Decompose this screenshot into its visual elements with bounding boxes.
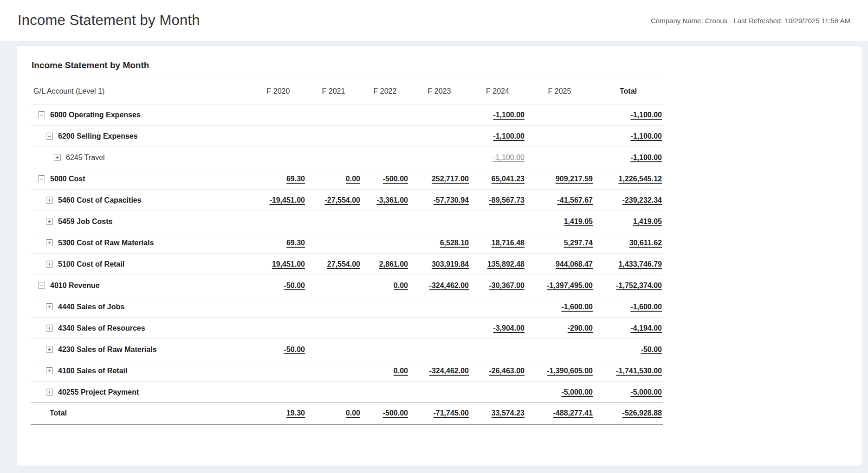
expand-icon[interactable]: + bbox=[46, 303, 53, 310]
value-link[interactable]: -1,600.00 bbox=[630, 303, 662, 311]
value-cell bbox=[306, 126, 361, 147]
expand-icon[interactable]: + bbox=[46, 261, 53, 268]
value-link[interactable]: -500.00 bbox=[383, 175, 408, 183]
value-cell bbox=[306, 339, 361, 360]
value-link[interactable]: 19.30 bbox=[286, 409, 305, 417]
value-link[interactable]: -50.00 bbox=[641, 345, 662, 353]
expand-icon[interactable]: + bbox=[46, 389, 53, 396]
value-link[interactable]: -1,741,530.00 bbox=[616, 367, 662, 375]
column-header-f2020: F 2020 bbox=[251, 78, 306, 104]
value-link[interactable]: -30,367.00 bbox=[489, 281, 525, 289]
value-link[interactable]: -50.00 bbox=[284, 281, 305, 289]
value-cell: 0.00 bbox=[306, 403, 361, 424]
value-link[interactable]: 909,217.59 bbox=[556, 175, 593, 183]
value-link[interactable]: -1,752,374.00 bbox=[616, 281, 662, 289]
value-link[interactable]: -5,000.00 bbox=[561, 388, 593, 396]
expand-icon[interactable]: + bbox=[46, 346, 53, 353]
value-link[interactable]: -4,194.00 bbox=[630, 324, 662, 332]
value-link[interactable]: -50.00 bbox=[284, 345, 305, 353]
value-cell: -324,462.00 bbox=[409, 275, 470, 296]
value-link[interactable]: 0.00 bbox=[394, 367, 408, 375]
value-link[interactable]: 0.00 bbox=[346, 409, 360, 417]
value-link[interactable]: -3,904.00 bbox=[493, 324, 525, 332]
value-link[interactable]: 303,919.84 bbox=[432, 260, 469, 268]
collapse-icon[interactable]: − bbox=[38, 111, 45, 118]
collapse-icon[interactable]: − bbox=[46, 133, 53, 140]
value-link[interactable]: -1,100.00 bbox=[630, 153, 662, 161]
value-cell: 27,554.00 bbox=[306, 254, 361, 275]
value-link[interactable]: -1,390,605.00 bbox=[547, 367, 593, 375]
value-link[interactable]: -1,100.00 bbox=[493, 111, 525, 119]
value-link[interactable]: -1,100.00 bbox=[630, 132, 662, 140]
value-link[interactable]: -19,451.00 bbox=[269, 196, 305, 204]
value-link[interactable]: -526,928.88 bbox=[622, 409, 662, 417]
value-link[interactable]: -27,554.00 bbox=[324, 196, 360, 204]
value-link[interactable]: 135,892.48 bbox=[487, 260, 525, 268]
value-link[interactable]: 1,433,746.79 bbox=[619, 260, 662, 268]
value-cell: 1,226,545.12 bbox=[594, 168, 663, 190]
value-cell: -1,390,605.00 bbox=[525, 360, 594, 382]
expand-icon[interactable]: + bbox=[46, 218, 53, 225]
account-row: +5100 Cost of Retail19,451.0027,554.002,… bbox=[31, 254, 663, 275]
value-link[interactable]: 69.30 bbox=[286, 175, 305, 183]
value-cell bbox=[251, 318, 306, 339]
value-cell: -89,567.73 bbox=[470, 190, 525, 211]
value-link[interactable]: -239,232.34 bbox=[622, 196, 662, 204]
value-cell bbox=[470, 382, 525, 403]
value-cell: -50.00 bbox=[251, 339, 306, 360]
expand-icon[interactable]: + bbox=[46, 197, 53, 204]
value-link[interactable]: -290.00 bbox=[568, 324, 593, 332]
value-link[interactable]: 944,068.47 bbox=[556, 260, 593, 268]
value-link[interactable]: -1,100.00 bbox=[493, 153, 525, 161]
value-link[interactable]: -324,462.00 bbox=[429, 367, 469, 375]
value-link[interactable]: 30,611.62 bbox=[629, 239, 662, 247]
value-link[interactable]: 18,716.48 bbox=[492, 239, 525, 247]
value-link[interactable]: 0.00 bbox=[394, 281, 408, 289]
value-link[interactable]: 69.30 bbox=[286, 239, 305, 247]
value-link[interactable]: -41,567.67 bbox=[557, 196, 593, 204]
value-link[interactable]: 65,041.23 bbox=[492, 175, 525, 183]
value-link[interactable]: 27,554.00 bbox=[327, 260, 360, 268]
expand-icon[interactable]: + bbox=[46, 239, 53, 246]
value-cell bbox=[470, 339, 525, 360]
value-link[interactable]: -1,100.00 bbox=[493, 132, 525, 140]
account-row: +4230 Sales of Raw Materials-50.00-50.00 bbox=[31, 339, 663, 360]
value-link[interactable]: -324,462.00 bbox=[429, 281, 469, 289]
collapse-icon[interactable]: − bbox=[38, 175, 45, 182]
value-link[interactable]: 0.00 bbox=[346, 175, 360, 183]
value-link[interactable]: -488,277.41 bbox=[553, 409, 593, 417]
value-link[interactable]: -500.00 bbox=[383, 409, 408, 417]
value-cell bbox=[251, 382, 306, 403]
account-row: −4010 Revenue-50.000.00-324,462.00-30,36… bbox=[31, 275, 663, 296]
value-cell bbox=[306, 104, 361, 126]
value-cell: 944,068.47 bbox=[525, 254, 594, 275]
collapse-icon[interactable]: − bbox=[38, 282, 45, 289]
value-link[interactable]: 2,861.00 bbox=[379, 260, 408, 268]
value-link[interactable]: 5,297.74 bbox=[564, 239, 593, 247]
value-link[interactable]: -5,000.00 bbox=[630, 388, 662, 396]
value-link[interactable]: -89,567.73 bbox=[489, 196, 525, 204]
expand-icon[interactable]: + bbox=[46, 325, 53, 332]
report-table-body: −6000 Operating Expenses-1,100.00-1,100.… bbox=[31, 104, 663, 424]
value-link[interactable]: -1,100.00 bbox=[630, 111, 662, 119]
value-link[interactable]: -1,397,495.00 bbox=[547, 281, 593, 289]
expand-icon[interactable]: + bbox=[46, 367, 53, 374]
value-cell: -4,194.00 bbox=[594, 318, 663, 339]
value-link[interactable]: 1,419.05 bbox=[564, 217, 593, 225]
value-link[interactable]: 19,451.00 bbox=[272, 260, 305, 268]
value-cell: -5,000.00 bbox=[525, 382, 594, 403]
value-link[interactable]: -1,600.00 bbox=[561, 303, 593, 311]
value-cell: 18,716.48 bbox=[470, 232, 525, 254]
value-link[interactable]: 1,226,545.12 bbox=[619, 175, 662, 183]
value-cell: 909,217.59 bbox=[525, 168, 594, 190]
expand-icon[interactable]: + bbox=[54, 154, 61, 161]
value-link[interactable]: 33,574.23 bbox=[492, 409, 525, 417]
value-link[interactable]: 1,419.05 bbox=[633, 217, 662, 225]
value-link[interactable]: 6,528.10 bbox=[440, 239, 469, 247]
value-link[interactable]: -71,745.00 bbox=[433, 409, 469, 417]
value-link[interactable]: 252,717.00 bbox=[432, 175, 469, 183]
value-link[interactable]: -57,730.94 bbox=[433, 196, 469, 204]
value-link[interactable]: -26,463.00 bbox=[489, 367, 525, 375]
value-link[interactable]: -3,361.00 bbox=[376, 196, 408, 204]
account-label: 40255 Project Payment bbox=[58, 388, 139, 396]
